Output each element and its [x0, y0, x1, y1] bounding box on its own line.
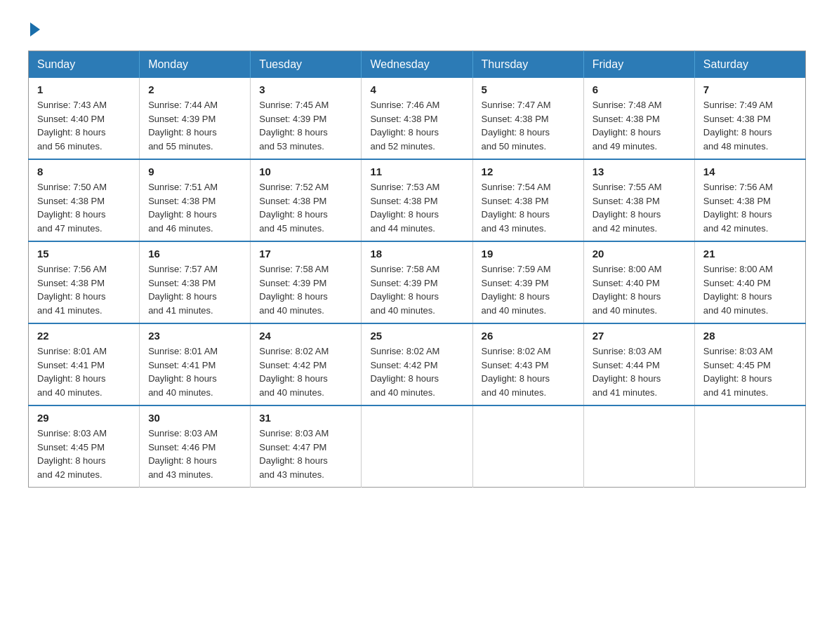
calendar-cell: 13 Sunrise: 7:55 AM Sunset: 4:38 PM Dayl… [583, 159, 694, 241]
day-number: 30 [148, 412, 241, 424]
day-number: 16 [148, 248, 241, 260]
calendar-cell: 16 Sunrise: 7:57 AM Sunset: 4:38 PM Dayl… [140, 241, 251, 323]
day-info: Sunrise: 8:03 AM Sunset: 4:46 PM Dayligh… [148, 427, 241, 481]
day-info: Sunrise: 7:57 AM Sunset: 4:38 PM Dayligh… [148, 262, 241, 317]
day-info: Sunrise: 8:02 AM Sunset: 4:42 PM Dayligh… [370, 344, 463, 399]
day-info: Sunrise: 7:46 AM Sunset: 4:38 PM Dayligh… [370, 98, 463, 153]
day-number: 20 [593, 248, 686, 260]
day-number: 21 [703, 248, 797, 260]
calendar-week-row: 8 Sunrise: 7:50 AM Sunset: 4:38 PM Dayli… [29, 159, 806, 241]
day-number: 7 [703, 83, 797, 95]
calendar-cell: 7 Sunrise: 7:49 AM Sunset: 4:38 PM Dayli… [694, 78, 805, 159]
day-info: Sunrise: 7:52 AM Sunset: 4:38 PM Dayligh… [259, 180, 352, 235]
day-info: Sunrise: 7:49 AM Sunset: 4:38 PM Dayligh… [703, 98, 797, 153]
calendar-cell [472, 405, 583, 488]
calendar-week-row: 15 Sunrise: 7:56 AM Sunset: 4:38 PM Dayl… [29, 241, 806, 323]
day-number: 6 [593, 83, 686, 95]
day-info: Sunrise: 8:03 AM Sunset: 4:45 PM Dayligh… [703, 344, 797, 399]
day-info: Sunrise: 7:59 AM Sunset: 4:39 PM Dayligh… [482, 262, 575, 317]
day-info: Sunrise: 7:58 AM Sunset: 4:39 PM Dayligh… [370, 262, 463, 317]
day-info: Sunrise: 7:44 AM Sunset: 4:39 PM Dayligh… [148, 98, 241, 153]
day-number: 28 [703, 330, 797, 342]
calendar-cell: 15 Sunrise: 7:56 AM Sunset: 4:38 PM Dayl… [29, 241, 140, 323]
calendar-cell: 19 Sunrise: 7:59 AM Sunset: 4:39 PM Dayl… [472, 241, 583, 323]
day-info: Sunrise: 7:45 AM Sunset: 4:39 PM Dayligh… [259, 98, 352, 153]
day-number: 5 [482, 83, 575, 95]
day-number: 2 [148, 83, 241, 95]
calendar-cell: 5 Sunrise: 7:47 AM Sunset: 4:38 PM Dayli… [472, 78, 583, 159]
day-info: Sunrise: 8:00 AM Sunset: 4:40 PM Dayligh… [593, 262, 686, 317]
calendar-cell: 18 Sunrise: 7:58 AM Sunset: 4:39 PM Dayl… [362, 241, 472, 323]
day-number: 10 [259, 166, 352, 177]
day-info: Sunrise: 7:54 AM Sunset: 4:38 PM Dayligh… [482, 180, 575, 235]
weekday-header-monday: Monday [140, 51, 251, 79]
calendar-cell: 27 Sunrise: 8:03 AM Sunset: 4:44 PM Dayl… [583, 323, 694, 405]
day-number: 3 [259, 83, 352, 95]
calendar-cell [362, 405, 472, 488]
calendar-cell: 30 Sunrise: 8:03 AM Sunset: 4:46 PM Dayl… [140, 405, 251, 488]
calendar-cell: 12 Sunrise: 7:54 AM Sunset: 4:38 PM Dayl… [472, 159, 583, 241]
calendar-cell [583, 405, 694, 488]
calendar-cell: 31 Sunrise: 8:03 AM Sunset: 4:47 PM Dayl… [251, 405, 362, 488]
day-info: Sunrise: 8:02 AM Sunset: 4:43 PM Dayligh… [482, 344, 575, 399]
day-number: 17 [259, 248, 352, 260]
calendar-cell: 9 Sunrise: 7:51 AM Sunset: 4:38 PM Dayli… [140, 159, 251, 241]
weekday-header-friday: Friday [583, 51, 694, 79]
day-number: 14 [703, 166, 797, 177]
calendar-cell: 2 Sunrise: 7:44 AM Sunset: 4:39 PM Dayli… [140, 78, 251, 159]
day-number: 12 [482, 166, 575, 177]
weekday-header-saturday: Saturday [694, 51, 805, 79]
calendar-cell: 17 Sunrise: 7:58 AM Sunset: 4:39 PM Dayl… [251, 241, 362, 323]
calendar-cell: 25 Sunrise: 8:02 AM Sunset: 4:42 PM Dayl… [362, 323, 472, 405]
logo-arrow-icon [30, 22, 40, 36]
calendar-cell: 4 Sunrise: 7:46 AM Sunset: 4:38 PM Dayli… [362, 78, 472, 159]
day-number: 13 [593, 166, 686, 177]
day-number: 23 [148, 330, 241, 342]
calendar-cell: 29 Sunrise: 8:03 AM Sunset: 4:45 PM Dayl… [29, 405, 140, 488]
calendar-week-row: 22 Sunrise: 8:01 AM Sunset: 4:41 PM Dayl… [29, 323, 806, 405]
day-number: 1 [37, 83, 131, 95]
calendar-cell: 10 Sunrise: 7:52 AM Sunset: 4:38 PM Dayl… [251, 159, 362, 241]
day-info: Sunrise: 7:53 AM Sunset: 4:38 PM Dayligh… [370, 180, 463, 235]
calendar-cell: 21 Sunrise: 8:00 AM Sunset: 4:40 PM Dayl… [694, 241, 805, 323]
day-info: Sunrise: 7:51 AM Sunset: 4:38 PM Dayligh… [148, 180, 241, 235]
calendar-cell: 8 Sunrise: 7:50 AM Sunset: 4:38 PM Dayli… [29, 159, 140, 241]
day-info: Sunrise: 7:43 AM Sunset: 4:40 PM Dayligh… [37, 98, 131, 153]
day-info: Sunrise: 8:03 AM Sunset: 4:47 PM Dayligh… [259, 427, 352, 481]
day-info: Sunrise: 7:48 AM Sunset: 4:38 PM Dayligh… [593, 98, 686, 153]
calendar-cell: 6 Sunrise: 7:48 AM Sunset: 4:38 PM Dayli… [583, 78, 694, 159]
page-header [28, 21, 806, 36]
logo [28, 21, 40, 36]
day-info: Sunrise: 7:58 AM Sunset: 4:39 PM Dayligh… [259, 262, 352, 317]
day-info: Sunrise: 8:03 AM Sunset: 4:45 PM Dayligh… [37, 427, 131, 481]
calendar-cell: 14 Sunrise: 7:56 AM Sunset: 4:38 PM Dayl… [694, 159, 805, 241]
calendar-week-row: 29 Sunrise: 8:03 AM Sunset: 4:45 PM Dayl… [29, 405, 806, 488]
day-number: 15 [37, 248, 131, 260]
weekday-header-wednesday: Wednesday [362, 51, 472, 79]
calendar-cell: 26 Sunrise: 8:02 AM Sunset: 4:43 PM Dayl… [472, 323, 583, 405]
day-number: 29 [37, 412, 131, 424]
day-number: 26 [482, 330, 575, 342]
day-info: Sunrise: 7:56 AM Sunset: 4:38 PM Dayligh… [37, 262, 131, 317]
day-info: Sunrise: 7:55 AM Sunset: 4:38 PM Dayligh… [593, 180, 686, 235]
calendar-cell: 1 Sunrise: 7:43 AM Sunset: 4:40 PM Dayli… [29, 78, 140, 159]
calendar-cell: 22 Sunrise: 8:01 AM Sunset: 4:41 PM Dayl… [29, 323, 140, 405]
calendar-header-row: SundayMondayTuesdayWednesdayThursdayFrid… [29, 51, 806, 79]
calendar-week-row: 1 Sunrise: 7:43 AM Sunset: 4:40 PM Dayli… [29, 78, 806, 159]
day-info: Sunrise: 7:47 AM Sunset: 4:38 PM Dayligh… [482, 98, 575, 153]
calendar-table: SundayMondayTuesdayWednesdayThursdayFrid… [28, 51, 806, 488]
calendar-cell: 28 Sunrise: 8:03 AM Sunset: 4:45 PM Dayl… [694, 323, 805, 405]
calendar-cell: 23 Sunrise: 8:01 AM Sunset: 4:41 PM Dayl… [140, 323, 251, 405]
day-info: Sunrise: 7:56 AM Sunset: 4:38 PM Dayligh… [703, 180, 797, 235]
day-number: 18 [370, 248, 463, 260]
day-number: 19 [482, 248, 575, 260]
weekday-header-tuesday: Tuesday [251, 51, 362, 79]
day-number: 24 [259, 330, 352, 342]
day-info: Sunrise: 8:02 AM Sunset: 4:42 PM Dayligh… [259, 344, 352, 399]
weekday-header-thursday: Thursday [472, 51, 583, 79]
day-info: Sunrise: 8:01 AM Sunset: 4:41 PM Dayligh… [37, 344, 131, 399]
day-number: 11 [370, 166, 463, 177]
day-number: 25 [370, 330, 463, 342]
day-number: 27 [593, 330, 686, 342]
day-info: Sunrise: 8:01 AM Sunset: 4:41 PM Dayligh… [148, 344, 241, 399]
